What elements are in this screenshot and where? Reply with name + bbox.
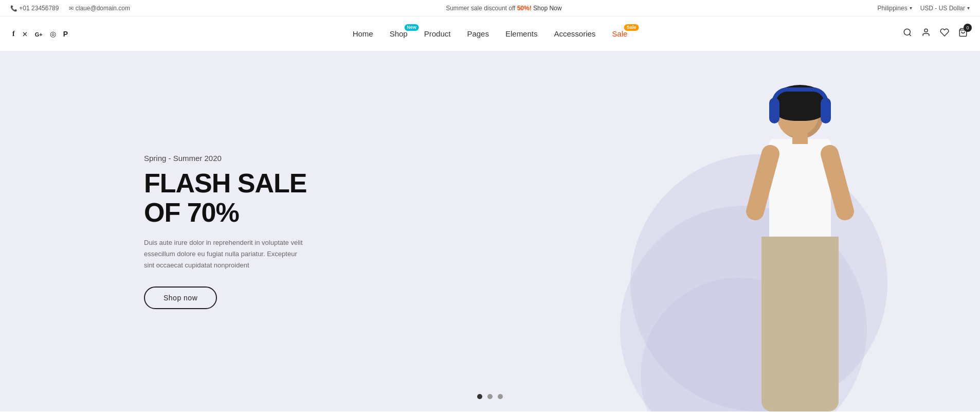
sale-badge: Sale: [624, 24, 639, 31]
svg-line-1: [909, 34, 911, 35]
hero-title: FLASH SALE OF 70%: [144, 169, 308, 227]
headphone-band: [772, 87, 828, 103]
google-plus-icon: G+: [35, 31, 43, 38]
social-google-plus[interactable]: G+: [35, 30, 43, 38]
top-bar-contact: +01 23456789 claue@domain.com: [10, 5, 130, 12]
instagram-icon: ◎: [50, 30, 56, 38]
navbar: f ✕ G+ ◎ P Home Shop New Product Pages E: [0, 16, 980, 51]
email-icon: [69, 5, 74, 12]
top-bar-region: Philippines ▾ USD - US Dollar ▾: [878, 5, 970, 12]
phone-icon: [10, 5, 17, 12]
slider-dots: [477, 394, 503, 399]
hero-description: Duis aute irure dolor in reprehenderit i…: [144, 237, 308, 271]
shop-now-button[interactable]: Shop now: [144, 286, 217, 309]
nav-link-product[interactable]: Product: [424, 29, 451, 38]
twitter-icon: ✕: [22, 30, 28, 38]
top-bar-promo: Summer sale discount off 50%! Shop Now: [130, 5, 878, 12]
slider-dot-2[interactable]: [487, 394, 493, 399]
cart-count: 0: [964, 24, 972, 32]
cart-icon[interactable]: 0: [958, 28, 968, 40]
social-facebook[interactable]: f: [12, 29, 15, 38]
email-address: claue@domain.com: [76, 5, 130, 12]
nav-item-home[interactable]: Home: [353, 29, 373, 39]
social-twitter[interactable]: ✕: [22, 30, 28, 38]
hero-content: Spring - Summer 2020 FLASH SALE OF 70% D…: [0, 154, 308, 309]
nav-item-shop[interactable]: Shop New: [390, 29, 408, 39]
region-label: Philippines: [878, 5, 908, 12]
chevron-down-icon: ▾: [910, 5, 912, 11]
nav-link-sale[interactable]: Sale: [612, 29, 627, 38]
svg-point-2: [924, 29, 928, 32]
phone-info: +01 23456789: [10, 5, 59, 12]
social-icons: f ✕ G+ ◎ P: [12, 29, 68, 38]
hero-model-figure: [682, 82, 918, 411]
slider-dot-1[interactable]: [477, 394, 482, 399]
nav-menu: Home Shop New Product Pages Elements Acc…: [353, 29, 628, 39]
phone-number: +01 23456789: [19, 5, 59, 12]
nav-item-elements[interactable]: Elements: [505, 29, 538, 39]
nav-item-accessories[interactable]: Accessories: [554, 29, 595, 39]
promo-percent: 50%!: [517, 5, 532, 12]
wishlist-icon[interactable]: [940, 28, 949, 40]
model-skirt: [761, 237, 839, 411]
nav-link-pages[interactable]: Pages: [467, 29, 489, 38]
shop-new-badge: New: [404, 24, 419, 31]
region-dropdown[interactable]: Philippines ▾: [878, 5, 912, 12]
social-instagram[interactable]: ◎: [50, 30, 56, 38]
svg-point-0: [904, 29, 910, 35]
currency-label: USD - US Dollar: [920, 5, 965, 12]
chevron-down-icon: ▾: [967, 5, 970, 11]
nav-link-home[interactable]: Home: [353, 29, 373, 38]
social-pinterest[interactable]: P: [63, 30, 68, 38]
nav-link-shop[interactable]: Shop: [390, 29, 408, 38]
nav-item-sale[interactable]: Sale Sale: [612, 29, 627, 39]
slider-dot-3[interactable]: [498, 394, 503, 399]
top-bar: +01 23456789 claue@domain.com Summer sal…: [0, 0, 980, 16]
nav-link-elements[interactable]: Elements: [505, 29, 538, 38]
pinterest-icon: P: [63, 30, 68, 38]
nav-action-icons: 0: [903, 28, 968, 40]
nav-link-accessories[interactable]: Accessories: [554, 29, 595, 38]
model-neck: [792, 134, 808, 144]
nav-item-pages[interactable]: Pages: [467, 29, 489, 39]
facebook-icon: f: [12, 30, 15, 38]
hero-section: Spring - Summer 2020 FLASH SALE OF 70% D…: [0, 51, 980, 411]
promo-text: Summer sale discount off: [446, 5, 517, 12]
promo-shop-link[interactable]: Shop Now: [533, 5, 561, 12]
nav-item-product[interactable]: Product: [424, 29, 451, 39]
user-icon[interactable]: [921, 28, 931, 40]
search-icon[interactable]: [903, 28, 912, 40]
hero-image-area: [441, 51, 980, 411]
currency-dropdown[interactable]: USD - US Dollar ▾: [920, 5, 970, 12]
hero-subtitle: Spring - Summer 2020: [144, 154, 308, 163]
email-info: claue@domain.com: [69, 5, 130, 12]
